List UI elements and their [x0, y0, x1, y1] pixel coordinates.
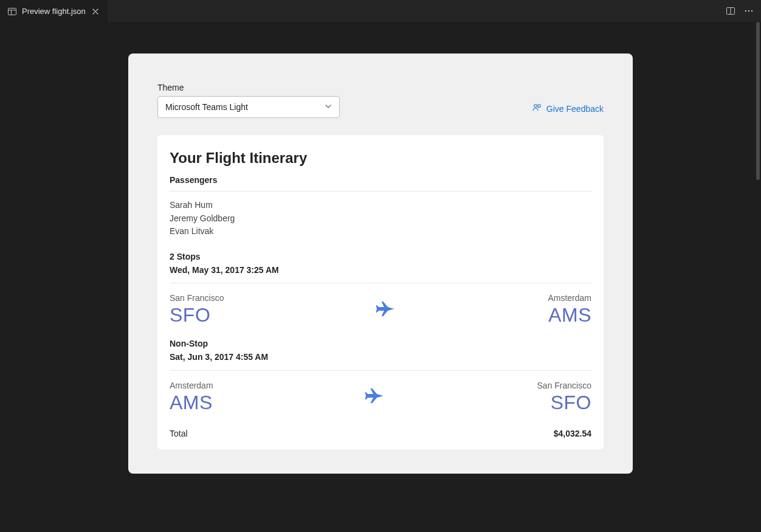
passenger-name: Jeremy Goldberg — [170, 212, 591, 226]
tab-title: Preview flight.json — [22, 7, 86, 16]
more-actions-icon[interactable] — [744, 6, 754, 16]
from-city-block: Amsterdam AMS — [170, 381, 213, 414]
from-city-name: San Francisco — [170, 293, 224, 303]
to-city-name: San Francisco — [537, 381, 591, 390]
passenger-list: Sarah Hum Jeremy Goldberg Evan Litvak — [170, 199, 591, 238]
svg-point-7 — [751, 10, 752, 12]
airplane-icon — [364, 385, 386, 409]
to-city-block: Amsterdam AMS — [548, 293, 591, 326]
from-city-block: San Francisco SFO — [170, 293, 224, 326]
to-city-code: AMS — [548, 304, 591, 326]
scrollbar-thumb[interactable] — [756, 22, 760, 180]
passenger-name: Evan Litvak — [170, 225, 591, 238]
preview-viewport: Theme Microsoft Teams Light — [0, 22, 761, 532]
segment-datetime: Wed, May 31, 2017 3:25 AM — [170, 264, 591, 277]
chevron-down-icon — [325, 102, 332, 112]
segment-header: Non-Stop Sat, Jun 3, 2017 4:55 AM — [170, 337, 591, 370]
segment-body: San Francisco SFO Amsterdam AMS — [170, 283, 591, 337]
preview-icon — [7, 7, 17, 16]
tab-preview-flight[interactable]: Preview flight.json — [0, 0, 108, 22]
panel-header: Theme Microsoft Teams Light — [157, 83, 604, 118]
to-city-code: SFO — [537, 392, 591, 414]
itinerary-card: Your Flight Itinerary Passengers Sarah H… — [157, 135, 604, 449]
segment-body: Amsterdam AMS San Francisco SFO — [170, 371, 591, 425]
theme-selector-block: Theme Microsoft Teams Light — [157, 83, 340, 118]
theme-select-value: Microsoft Teams Light — [165, 102, 248, 112]
to-city-block: San Francisco SFO — [537, 381, 591, 414]
segment-stops: 2 Stops — [170, 250, 591, 264]
from-city-name: Amsterdam — [170, 381, 213, 390]
svg-point-8 — [534, 105, 537, 107]
feedback-icon — [532, 103, 542, 114]
svg-point-5 — [745, 10, 746, 12]
titlebar-actions — [726, 6, 761, 16]
feedback-label: Give Feedback — [546, 104, 604, 114]
tab-group: Preview flight.json — [0, 0, 108, 22]
svg-point-6 — [748, 10, 749, 12]
passengers-label: Passengers — [170, 175, 591, 192]
total-label: Total — [170, 429, 188, 438]
passenger-name: Sarah Hum — [170, 199, 591, 212]
total-amount: $4,032.54 — [554, 429, 591, 438]
split-editor-icon[interactable] — [726, 6, 735, 16]
scrollbar-track[interactable] — [755, 22, 761, 532]
theme-label: Theme — [157, 83, 340, 92]
from-city-code: SFO — [170, 304, 224, 326]
airplane-icon — [375, 298, 397, 322]
theme-select[interactable]: Microsoft Teams Light — [157, 96, 340, 118]
from-city-code: AMS — [170, 392, 213, 414]
segment-header: 2 Stops Wed, May 31, 2017 3:25 AM — [170, 250, 591, 283]
svg-rect-0 — [9, 8, 16, 15]
give-feedback-link[interactable]: Give Feedback — [532, 103, 604, 114]
card-title: Your Flight Itinerary — [170, 150, 591, 167]
preview-panel: Theme Microsoft Teams Light — [128, 54, 633, 474]
segment-stops: Non-Stop — [170, 337, 591, 351]
total-row: Total $4,032.54 — [170, 425, 591, 438]
segment-datetime: Sat, Jun 3, 2017 4:55 AM — [170, 351, 591, 364]
editor-titlebar: Preview flight.json — [0, 0, 761, 22]
close-icon[interactable] — [91, 7, 100, 16]
to-city-name: Amsterdam — [548, 293, 591, 303]
